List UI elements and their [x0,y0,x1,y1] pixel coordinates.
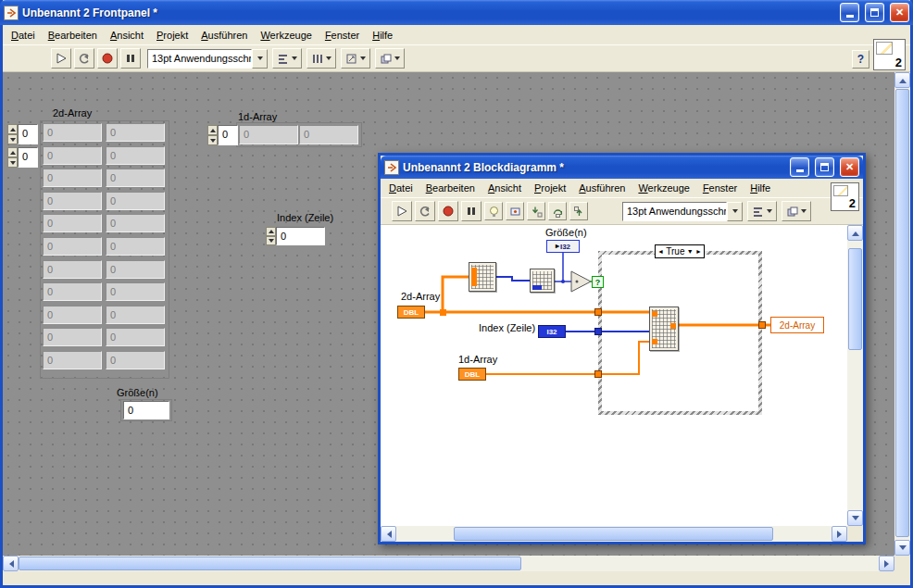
scroll-down-button[interactable] [894,540,910,556]
index-zeile-terminal-label[interactable]: Index (Zeile) [479,322,535,333]
font-selector[interactable]: 13pt Anwendungsschriftart [147,49,268,69]
distribute-objects-dropdown[interactable] [306,48,336,69]
array-2d-element[interactable]: 0 [43,123,102,142]
array-2d-row-index-value[interactable]: 0 [18,124,38,144]
menu-item-hilfe[interactable]: Hilfe [744,180,777,196]
menu-item-ausfuehren[interactable]: Ausführen [194,27,254,44]
array-2d-element[interactable]: 0 [106,123,165,142]
array-2d-element[interactable]: 0 [43,192,102,210]
array-2d-element[interactable]: 0 [106,237,165,256]
resize-objects-dropdown[interactable] [341,48,370,69]
run-continuously-button[interactable] [415,201,435,221]
menu-item-fenster[interactable]: Fenster [696,180,744,196]
case-selector-value[interactable]: True [666,246,684,256]
menu-item-datei[interactable]: Datei [5,27,42,44]
font-selector[interactable]: 13pt Anwendungsschriftart [622,202,743,221]
array-1d-index[interactable]: 0 [207,125,238,145]
reorder-objects-dropdown[interactable] [375,48,405,69]
array-1d-index-value[interactable]: 0 [218,125,238,145]
step-into-button[interactable] [527,202,545,220]
groesse-i32-terminal[interactable]: ▸ I32 [546,240,580,253]
array-2d-row-index[interactable]: 0 [7,124,38,144]
menu-item-ausfuehren[interactable]: Ausführen [572,180,632,196]
index-zeile-value[interactable]: 0 [276,227,325,245]
tunnel-1d-array-in[interactable] [594,370,602,378]
array-2d-element[interactable]: 0 [43,328,102,346]
increment-decrement-icon[interactable] [7,147,18,168]
scroll-thumb[interactable] [848,248,862,350]
index-zeile-control[interactable]: 0 [266,227,325,245]
array-1d-terminal-label[interactable]: 1d-Array [458,354,497,365]
scroll-thumb[interactable] [19,557,521,570]
index-array-function-icon[interactable] [530,269,555,293]
font-selector-dropdown-button[interactable] [727,202,743,221]
scroll-up-button[interactable] [894,72,910,88]
array-2d-element[interactable]: 0 [43,260,102,279]
array-2d-element[interactable]: 0 [106,260,165,279]
output-2d-array-indicator[interactable]: 2d-Array [770,317,824,333]
array-2d-element[interactable]: 0 [106,146,165,165]
array-2d-element[interactable]: 0 [43,146,102,165]
array-2d-element[interactable]: 0 [106,169,165,187]
menu-item-projekt[interactable]: Projekt [528,180,572,196]
array-1d-label[interactable]: 1d-Array [238,111,277,122]
align-objects-dropdown[interactable] [747,201,777,221]
frontpanel-horizontal-scrollbar[interactable] [3,556,894,571]
tunnel-2d-array-in[interactable] [594,308,602,316]
highlight-execution-button[interactable] [484,202,503,220]
pause-button[interactable] [461,201,482,221]
scroll-thumb[interactable] [454,527,773,541]
scroll-right-button[interactable] [879,556,894,571]
increment-decrement-icon[interactable] [266,227,276,245]
align-objects-dropdown[interactable] [272,48,302,69]
groesse-label[interactable]: Größe(n) [117,387,158,398]
index-zeile-label[interactable]: Index (Zeile) [277,212,333,223]
array-2d-element[interactable]: 0 [43,237,102,256]
menu-item-bearbeiten[interactable]: Bearbeiten [419,180,482,196]
scroll-track[interactable] [19,556,879,571]
step-over-button[interactable] [548,202,567,220]
increment-decrement-icon[interactable] [207,125,218,145]
vi-icon-badge[interactable]: 2 [873,39,906,70]
reorder-objects-dropdown[interactable] [782,201,811,221]
frontpanel-canvas[interactable]: 2d-Array 0 0 0 0 0 0 0 0 0 0 0 0 0 [3,72,894,556]
case-structure[interactable] [598,251,762,415]
run-button[interactable] [51,48,71,69]
minimize-button[interactable] [840,3,859,22]
scroll-track[interactable] [396,526,832,542]
index-zeile-i32-terminal[interactable]: I32 [538,325,566,338]
array-size-function-icon[interactable] [469,262,496,292]
tunnel-2d-array-out[interactable] [758,321,766,329]
abort-button[interactable] [438,201,458,221]
frontpanel-vertical-scrollbar[interactable] [894,72,910,556]
blockdiagram-vertical-scrollbar[interactable] [847,225,863,526]
array-2d-element[interactable]: 0 [43,306,102,324]
case-selector-terminal[interactable]: ? [592,276,604,288]
scroll-left-button[interactable] [3,556,19,571]
menu-item-datei[interactable]: Datei [382,180,419,196]
menu-item-ansicht[interactable]: Ansicht [104,27,150,44]
minimize-button[interactable] [790,157,809,177]
array-2d-terminal-label[interactable]: 2d-Array [401,291,440,302]
array-2d-element[interactable]: 0 [106,282,165,301]
close-button[interactable]: ✕ [840,157,859,177]
array-2d-col-index[interactable]: 0 [7,147,38,168]
array-2d-element[interactable]: 0 [43,282,102,301]
array-2d-element[interactable]: 0 [106,328,165,346]
scroll-track[interactable] [847,241,863,510]
maximize-button[interactable] [865,3,884,22]
array-1d-element[interactable]: 0 [299,125,358,144]
abort-button[interactable] [97,48,118,69]
step-out-button[interactable] [569,202,588,220]
groesse-label[interactable]: Größe(n) [545,227,587,238]
array-2d-element[interactable]: 0 [43,214,102,232]
array-2d-element[interactable]: 0 [106,351,165,369]
case-next-arrow-icon[interactable]: ► [695,248,702,255]
menu-item-werkzeuge[interactable]: Werkzeuge [632,180,695,196]
scroll-right-button[interactable] [832,526,847,542]
help-button[interactable]: ? [852,50,869,69]
array-2d-element[interactable]: 0 [106,214,165,232]
array-2d-element[interactable]: 0 [106,306,165,324]
array-2d-element[interactable]: 0 [43,351,102,369]
tunnel-index-in[interactable] [594,328,602,335]
